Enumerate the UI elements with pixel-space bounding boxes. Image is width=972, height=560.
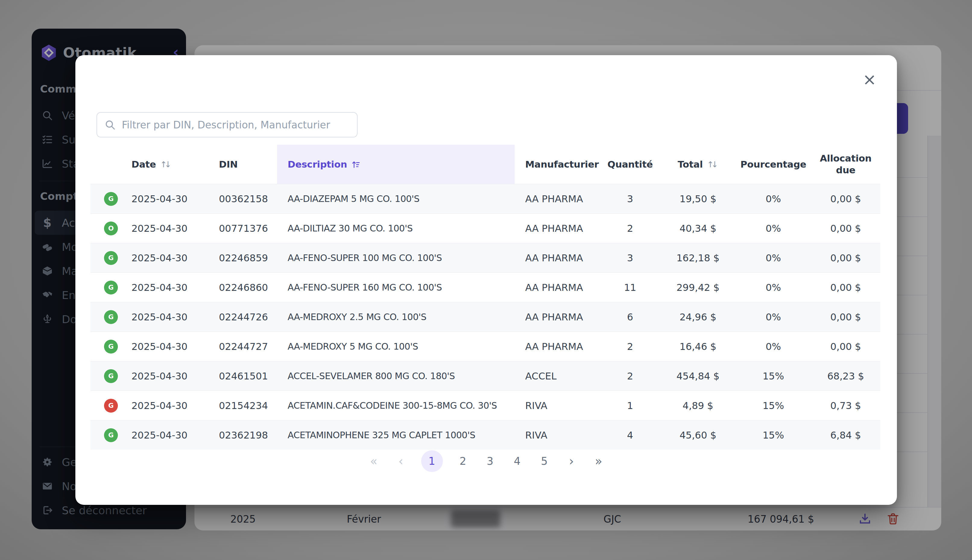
table-row[interactable]: G2025-04-3002362198ACETAMINOPHENE 325 MG… bbox=[90, 420, 880, 450]
table-row[interactable]: G2025-04-3000362158AA-DIAZEPAM 5 MG CO. … bbox=[90, 184, 880, 213]
column-header-label: Pourcentage bbox=[740, 159, 807, 170]
column-header-badge bbox=[90, 145, 132, 184]
next-page-button[interactable]: › bbox=[565, 450, 579, 472]
column-header-label: Allocation due bbox=[811, 153, 880, 176]
status-badge: G bbox=[104, 192, 118, 206]
cell-din: 02461501 bbox=[219, 362, 277, 391]
cell-total: 454,84 $ bbox=[660, 362, 735, 391]
cell-percentage: 0% bbox=[735, 214, 811, 243]
last-page-button[interactable]: » bbox=[592, 450, 606, 472]
cell-badge: G bbox=[90, 184, 132, 213]
cell-badge: G bbox=[90, 332, 132, 361]
page-2[interactable]: 2 bbox=[456, 450, 470, 472]
table-row[interactable]: G2025-04-3002246859AA-FENO-SUPER 100 MG … bbox=[90, 243, 880, 272]
column-header-din[interactable]: DIN bbox=[219, 145, 277, 184]
column-header-date[interactable]: Date↑↓ bbox=[132, 145, 219, 184]
cell-manufacturer: AA PHARMA bbox=[515, 332, 600, 361]
cell-din: 02244726 bbox=[219, 302, 277, 332]
cell-total: 299,42 $ bbox=[660, 273, 735, 302]
cell-manufacturer: AA PHARMA bbox=[515, 302, 600, 332]
pagination: «‹12345›» bbox=[75, 450, 897, 472]
table-row[interactable]: G2025-04-3002154234ACETAMIN.CAF&CODEINE … bbox=[90, 391, 880, 420]
previous-page-button: ‹ bbox=[394, 450, 408, 472]
cell-quantity: 4 bbox=[600, 420, 660, 450]
table-row[interactable]: G2025-04-3002246860AA-FENO-SUPER 160 MG … bbox=[90, 272, 880, 302]
cell-percentage: 0% bbox=[735, 332, 811, 361]
cell-allocation: 0,00 $ bbox=[811, 273, 880, 302]
cell-date: 2025-04-30 bbox=[132, 273, 219, 302]
cell-percentage: 15% bbox=[735, 362, 811, 391]
cell-badge: G bbox=[90, 391, 132, 420]
cell-description: ACCEL-SEVELAMER 800 MG CO. 180'S bbox=[277, 362, 515, 391]
page-5[interactable]: 5 bbox=[538, 450, 552, 472]
cell-date: 2025-04-30 bbox=[132, 184, 219, 213]
cell-date: 2025-04-30 bbox=[132, 420, 219, 450]
cell-allocation: 0,00 $ bbox=[811, 214, 880, 243]
cell-total: 162,18 $ bbox=[660, 243, 735, 272]
cell-total: 16,46 $ bbox=[660, 332, 735, 361]
table-row[interactable]: G2025-04-3002244727AA-MEDROXY 5 MG CO. 1… bbox=[90, 332, 880, 361]
column-header-quantity[interactable]: Quantité bbox=[600, 145, 660, 184]
column-header-description[interactable]: Description bbox=[277, 145, 515, 184]
cell-allocation: 0,00 $ bbox=[811, 332, 880, 361]
close-button[interactable]: × bbox=[859, 69, 880, 90]
cell-din: 00771376 bbox=[219, 214, 277, 243]
cell-din: 02154234 bbox=[219, 391, 277, 420]
cell-allocation: 0,00 $ bbox=[811, 184, 880, 213]
cell-percentage: 0% bbox=[735, 273, 811, 302]
search-box bbox=[97, 112, 358, 137]
cell-percentage: 15% bbox=[735, 420, 811, 450]
close-icon: × bbox=[862, 72, 876, 88]
cell-manufacturer: RIVA bbox=[515, 391, 600, 420]
sort-arrows-icon: ↑↓ bbox=[707, 160, 718, 169]
cell-din: 02362198 bbox=[219, 420, 277, 450]
cell-total: 45,60 $ bbox=[660, 420, 735, 450]
cell-quantity: 6 bbox=[600, 302, 660, 332]
column-header-total[interactable]: Total↑↓ bbox=[660, 145, 735, 184]
table-row[interactable]: G2025-04-3002461501ACCEL-SEVELAMER 800 M… bbox=[90, 361, 880, 391]
table-body: G2025-04-3000362158AA-DIAZEPAM 5 MG CO. … bbox=[90, 184, 880, 450]
cell-din: 00362158 bbox=[219, 184, 277, 213]
column-header-allocation[interactable]: Allocation due bbox=[811, 145, 880, 184]
cell-description: AA-DIAZEPAM 5 MG CO. 100'S bbox=[277, 184, 515, 213]
page-3[interactable]: 3 bbox=[483, 450, 497, 472]
cell-total: 40,34 $ bbox=[660, 214, 735, 243]
cell-manufacturer: AA PHARMA bbox=[515, 243, 600, 272]
cell-percentage: 0% bbox=[735, 302, 811, 332]
screen: Otomatik ‹ CommaVérifSuivStat Compta$Ach… bbox=[0, 0, 972, 560]
search-icon bbox=[104, 119, 116, 130]
sort-ascending-icon bbox=[351, 160, 361, 169]
status-badge: G bbox=[104, 281, 118, 295]
cell-allocation: 6,84 $ bbox=[811, 420, 880, 450]
cell-description: ACETAMINOPHENE 325 MG CAPLET 1000'S bbox=[277, 420, 515, 450]
cell-description: AA-MEDROXY 2.5 MG CO. 100'S bbox=[277, 302, 515, 332]
page-4[interactable]: 4 bbox=[510, 450, 524, 472]
cell-allocation: 68,23 $ bbox=[811, 362, 880, 391]
table-row[interactable]: O2025-04-3000771376AA-DILTIAZ 30 MG CO. … bbox=[90, 213, 880, 243]
cell-quantity: 3 bbox=[600, 184, 660, 213]
cell-description: AA-FENO-SUPER 160 MG CO. 100'S bbox=[277, 273, 515, 302]
sort-arrows-icon: ↑↓ bbox=[160, 160, 171, 169]
allocation-details-modal: × Date↑↓DINDescriptionManufacturierQuant… bbox=[75, 55, 897, 505]
filter-input[interactable] bbox=[121, 119, 351, 131]
cell-description: AA-DILTIAZ 30 MG CO. 100'S bbox=[277, 214, 515, 243]
cell-date: 2025-04-30 bbox=[132, 243, 219, 272]
cell-badge: G bbox=[90, 420, 132, 450]
column-header-manufacturer[interactable]: Manufacturier bbox=[515, 145, 600, 184]
cell-din: 02246860 bbox=[219, 273, 277, 302]
cell-badge: G bbox=[90, 273, 132, 302]
page-1[interactable]: 1 bbox=[421, 450, 443, 472]
cell-date: 2025-04-30 bbox=[132, 332, 219, 361]
cell-allocation: 0,00 $ bbox=[811, 243, 880, 272]
cell-date: 2025-04-30 bbox=[132, 302, 219, 332]
cell-quantity: 3 bbox=[600, 243, 660, 272]
column-header-label: DIN bbox=[219, 159, 238, 170]
column-header-label: Description bbox=[288, 159, 347, 170]
cell-description: AA-FENO-SUPER 100 MG CO. 100'S bbox=[277, 243, 515, 272]
column-header-percentage[interactable]: Pourcentage bbox=[735, 145, 811, 184]
cell-description: ACETAMIN.CAF&CODEINE 300-15-8MG CO. 30'S bbox=[277, 391, 515, 420]
status-badge: O bbox=[104, 222, 118, 235]
status-badge: G bbox=[104, 310, 118, 324]
cell-manufacturer: AA PHARMA bbox=[515, 273, 600, 302]
table-row[interactable]: G2025-04-3002244726AA-MEDROXY 2.5 MG CO.… bbox=[90, 302, 880, 332]
